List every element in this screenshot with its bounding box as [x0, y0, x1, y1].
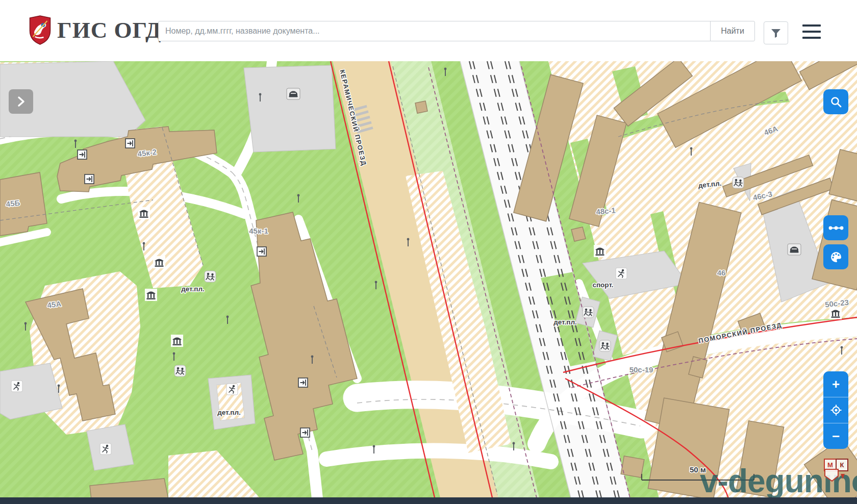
crosshair-icon	[830, 404, 842, 416]
map-canvas[interactable]: КЕРАМИЧЕСКИЙ ПРОЕЗДПОМОРСКИЙ ПРОЕЗД45Б45…	[0, 61, 857, 504]
gazebo-icon	[829, 307, 842, 319]
zoom-out-label: −	[832, 429, 840, 444]
palette-icon	[829, 250, 843, 264]
runner-icon	[100, 443, 111, 455]
moscow-coat-of-arms-icon	[28, 15, 52, 45]
expand-panel-button[interactable]	[9, 89, 33, 114]
measure-distance-button[interactable]	[823, 215, 848, 240]
area-label: дет.пл.	[217, 409, 241, 416]
app-header: ГИС ОГД Найти	[0, 0, 857, 61]
gazebo-icon	[153, 256, 165, 268]
zoom-control: + −	[823, 371, 848, 449]
map-search-button[interactable]	[823, 89, 848, 114]
search-button[interactable]: Найти	[710, 21, 755, 41]
app-title: ГИС ОГД	[57, 19, 162, 42]
menu-button[interactable]	[802, 24, 821, 39]
mk-banner-icon	[824, 469, 847, 482]
gazebo-icon	[594, 245, 606, 257]
mk-attribution-logo[interactable]: М К	[824, 459, 847, 482]
zoom-in-label: +	[832, 376, 840, 392]
entrance-icon	[300, 428, 310, 437]
playground-icon	[174, 365, 186, 376]
zoom-out-button[interactable]: −	[823, 423, 848, 449]
entrance-icon	[85, 174, 94, 184]
playground-icon	[599, 340, 611, 351]
playground-icon	[583, 307, 594, 318]
entrance-icon	[298, 378, 308, 387]
runner-icon	[226, 384, 238, 395]
locate-button[interactable]	[823, 397, 848, 423]
map-style-button[interactable]	[823, 244, 848, 269]
gazebo-icon	[145, 289, 157, 301]
car-icon	[287, 88, 300, 99]
measure-distance-icon	[828, 224, 844, 232]
runner-icon	[11, 381, 22, 392]
building-label: 46	[717, 268, 726, 277]
area-label: дет.пл.	[553, 318, 577, 326]
building-label: 45к-1	[249, 226, 268, 235]
playground-icon	[733, 177, 744, 188]
entrance-icon	[78, 150, 87, 159]
gazebo-icon	[171, 335, 183, 347]
brand-logo-link[interactable]: ГИС ОГД	[28, 15, 162, 45]
car-icon	[788, 244, 801, 255]
gazebo-icon	[138, 207, 150, 219]
playground-icon	[205, 271, 216, 282]
building-label: 50с-19	[629, 365, 653, 374]
funnel-icon	[770, 28, 782, 39]
entrance-icon	[125, 139, 135, 148]
runner-icon	[616, 268, 627, 279]
entrance-icon	[257, 247, 266, 256]
area-label: дет.пл.	[181, 285, 205, 293]
building-label: 45А	[47, 299, 62, 309]
building-label: 45Б	[6, 198, 20, 209]
chevron-right-icon	[15, 95, 27, 108]
filter-button[interactable]	[764, 21, 788, 44]
bottom-bar	[0, 497, 857, 504]
document-search-input[interactable]	[158, 21, 711, 41]
magnifier-icon	[829, 95, 843, 109]
hamburger-icon	[802, 24, 821, 27]
building-label: 48с-1	[596, 206, 616, 216]
area-label: спорт.	[592, 281, 613, 289]
zoom-in-button[interactable]: +	[823, 371, 848, 397]
map-tiles: КЕРАМИЧЕСКИЙ ПРОЕЗДПОМОРСКИЙ ПРОЕЗД45Б45…	[0, 61, 857, 504]
